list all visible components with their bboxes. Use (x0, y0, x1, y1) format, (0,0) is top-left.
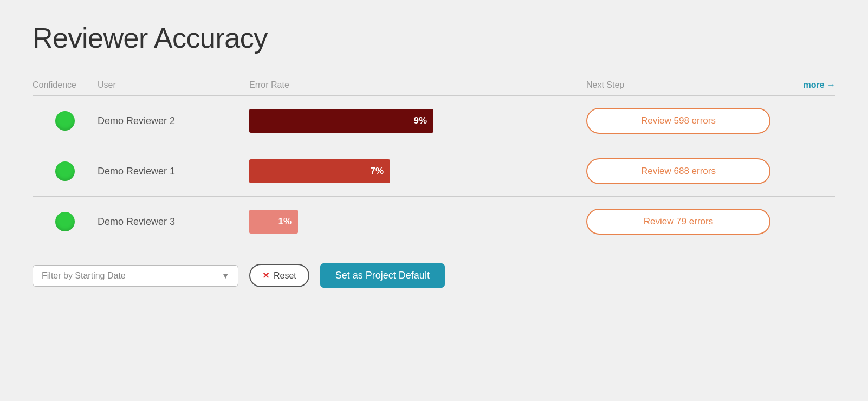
table-row: Demo Reviewer 2 9% Review 598 errors (33, 96, 835, 146)
confidence-dot-green (55, 212, 75, 231)
confidence-cell (33, 161, 98, 181)
error-rate-cell: 1% (249, 210, 586, 234)
footer-row: Filter by Starting Date ▼ ✕ Reset Set as… (33, 247, 835, 293)
review-errors-button[interactable]: Review 598 errors (586, 108, 770, 134)
error-bar-container: 9% (249, 109, 433, 133)
error-bar-container: 7% (249, 159, 390, 183)
error-bar-label: 1% (278, 216, 292, 227)
error-rate-cell: 9% (249, 109, 586, 133)
error-bar-label: 9% (413, 115, 427, 126)
next-step-cell: Review 688 errors (586, 158, 792, 184)
confidence-dot-green (55, 111, 75, 131)
filter-dropdown-label: Filter by Starting Date (42, 271, 126, 281)
chevron-down-icon: ▼ (222, 271, 229, 280)
error-bar-low: 1% (249, 210, 298, 234)
header-error-rate: Error Rate (249, 80, 586, 90)
set-as-project-default-button[interactable]: Set as Project Default (320, 263, 445, 288)
user-name: Demo Reviewer 2 (98, 115, 249, 127)
table-row: Demo Reviewer 1 7% Review 688 errors (33, 146, 835, 197)
error-bar-label: 7% (370, 166, 384, 177)
header-next-step: Next Step (586, 80, 792, 90)
user-name: Demo Reviewer 3 (98, 216, 249, 228)
review-errors-button[interactable]: Review 79 errors (586, 209, 770, 235)
page-container: Reviewer Accuracy Confidence User Error … (0, 0, 868, 401)
confidence-cell (33, 212, 98, 231)
error-bar-medium: 7% (249, 159, 390, 183)
more-link[interactable]: more → (792, 80, 835, 90)
confidence-dot-green (55, 161, 75, 181)
table-row: Demo Reviewer 3 1% Review 79 errors (33, 197, 835, 247)
error-bar-container: 1% (249, 210, 298, 234)
error-rate-cell: 7% (249, 159, 586, 183)
table-header: Confidence User Error Rate Next Step mor… (33, 76, 835, 96)
close-icon: ✕ (262, 270, 269, 281)
review-errors-button[interactable]: Review 688 errors (586, 158, 770, 184)
error-bar-high: 9% (249, 109, 433, 133)
reset-button[interactable]: ✕ Reset (249, 264, 309, 287)
confidence-cell (33, 111, 98, 131)
reset-label: Reset (274, 271, 296, 281)
user-name: Demo Reviewer 1 (98, 166, 249, 177)
next-step-cell: Review 79 errors (586, 209, 792, 235)
header-user: User (98, 80, 249, 90)
header-confidence: Confidence (33, 80, 98, 90)
next-step-cell: Review 598 errors (586, 108, 792, 134)
reviewer-accuracy-table: Confidence User Error Rate Next Step mor… (33, 76, 835, 293)
filter-by-starting-date-dropdown[interactable]: Filter by Starting Date ▼ (33, 265, 238, 287)
page-title: Reviewer Accuracy (33, 22, 835, 54)
